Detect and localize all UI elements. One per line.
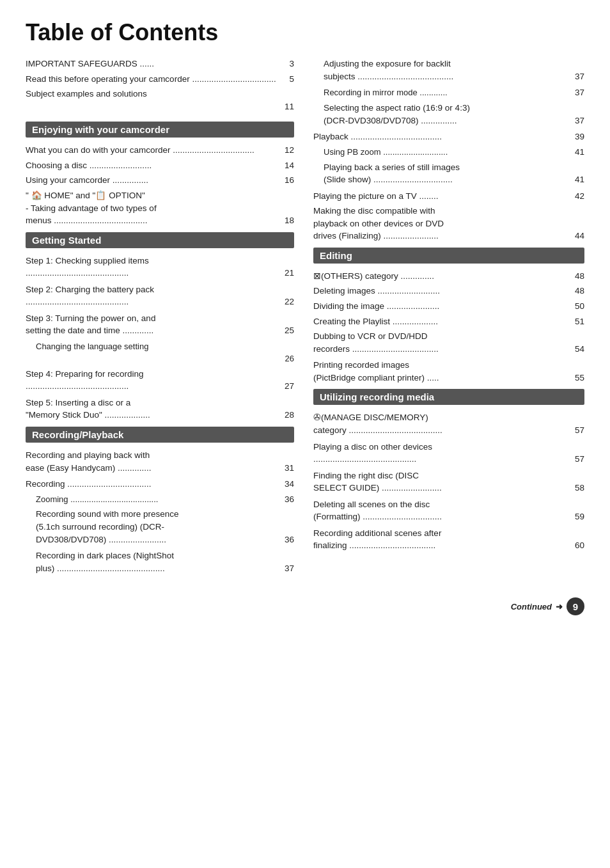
continued-arrow: ➜ bbox=[556, 602, 563, 612]
toc-entry: Recording additional scenes afterfinaliz… bbox=[313, 527, 584, 552]
toc-entry-label: Step 2: Charging the battery pack bbox=[26, 283, 294, 296]
toc-entry-page: 37 bbox=[575, 70, 584, 83]
toc-entry: Deleting images ........................… bbox=[313, 285, 584, 297]
toc-entry-page: 42 bbox=[575, 190, 584, 203]
toc-entry-label-last: setting the date and time ............. bbox=[26, 324, 285, 337]
toc-entry-page: 5 bbox=[289, 73, 294, 86]
toc-entry: Step 4: Preparing for recording.........… bbox=[26, 368, 294, 393]
toc-entry-label-last: (Slide show) ...........................… bbox=[324, 173, 575, 186]
toc-entry-label: Step 5: Inserting a disc or a bbox=[26, 397, 294, 409]
toc-entry-label-last: ........................................… bbox=[26, 267, 285, 280]
toc-entry-page: 41 bbox=[575, 146, 584, 159]
toc-entry-label: (5.1ch surround recording) (DCR- bbox=[36, 521, 294, 533]
toc-entry: Playing back a series of still images(Sl… bbox=[313, 161, 584, 186]
left-sections: Enjoying with your camcorderWhat you can… bbox=[26, 122, 294, 574]
toc-entry: Recording in mirror mode ............37 bbox=[313, 86, 584, 99]
toc-entry: Step 1: Checking supplied items.........… bbox=[26, 255, 294, 280]
toc-entry-page: 41 bbox=[575, 173, 584, 186]
toc-entry-label: ✇(MANAGE DISC/MEMORY) bbox=[313, 411, 584, 424]
toc-entry: Finding the right disc (DISCSELECT GUIDE… bbox=[313, 470, 584, 494]
toc-entry-label: Finding the right disc (DISC bbox=[313, 470, 584, 482]
toc-entry-page: 51 bbox=[575, 315, 584, 328]
toc-entry-page: 28 bbox=[285, 409, 294, 422]
toc-entry-label: Adjusting the exposure for backlit bbox=[324, 58, 584, 70]
toc-entry-label: Making the disc compatible with bbox=[313, 205, 584, 217]
toc-entry-page: 25 bbox=[285, 324, 294, 337]
toc-entry-label: Recording and playing back with bbox=[26, 449, 294, 462]
toc-entry-label: Using your camcorder ............... bbox=[26, 174, 285, 187]
toc-entry: Deleting all scenes on the disc(Formatti… bbox=[313, 498, 584, 523]
section-header: Editing bbox=[313, 248, 584, 264]
toc-entry-label-last: (PictBridge compliant printer) ..... bbox=[313, 372, 575, 384]
toc-entry-label-last: "Memory Stick Duo" ................... bbox=[26, 409, 285, 422]
toc-entry: Playing the picture on a TV ........42 bbox=[313, 190, 584, 203]
toc-entry-label: playback on other devices or DVD bbox=[313, 217, 584, 230]
footer-page-number: 9 bbox=[567, 597, 584, 615]
toc-entry: What you can do with your camcorder ....… bbox=[26, 144, 294, 157]
toc-entry: ✇(MANAGE DISC/MEMORY)category ..........… bbox=[313, 411, 584, 436]
toc-entry-label: - Taking advantage of two types of bbox=[26, 202, 294, 215]
right-sections: Adjusting the exposure for backlitsubjec… bbox=[313, 58, 584, 552]
toc-entry: ⊠(OTHERS) category ..............48 bbox=[313, 270, 584, 283]
toc-entry-page: 16 bbox=[285, 174, 294, 187]
toc-entry: Printing recorded images(PictBridge comp… bbox=[313, 359, 584, 384]
toc-entry-page: 48 bbox=[575, 270, 584, 283]
toc-entry: Making the disc compatible withplayback … bbox=[313, 205, 584, 242]
toc-entry: Selecting the aspect ratio (16:9 or 4:3)… bbox=[313, 102, 584, 127]
toc-entry-label: Playing the picture on a TV ........ bbox=[313, 190, 575, 203]
toc-entry-label: Recording in mirror mode ............ bbox=[324, 87, 575, 99]
toc-entry-page: 44 bbox=[575, 230, 584, 242]
toc-entry-page: 54 bbox=[575, 343, 584, 356]
intro-block: IMPORTANT SAFEGUARDS ......3Read this be… bbox=[26, 58, 294, 113]
toc-entry-label: Read this before operating your camcorde… bbox=[26, 73, 289, 86]
toc-entry-page: 12 bbox=[285, 144, 294, 157]
toc-entry-label: Changing the language setting bbox=[36, 341, 294, 353]
toc-entry-label: Playing back a series of still images bbox=[324, 161, 584, 174]
toc-entry: Playing a disc on other devices.........… bbox=[313, 441, 584, 466]
toc-entry-page: 34 bbox=[285, 478, 294, 491]
toc-entry: Dubbing to VCR or DVD/HDDrecorders .....… bbox=[313, 330, 584, 355]
toc-entry: Choosing a disc ........................… bbox=[26, 159, 294, 172]
section-header: Getting Started bbox=[26, 232, 294, 248]
toc-entry: Step 5: Inserting a disc or a"Memory Sti… bbox=[26, 397, 294, 422]
toc-entry-page: 57 bbox=[575, 453, 584, 466]
toc-entry-label-last: SELECT GUIDE) ......................... bbox=[313, 482, 575, 494]
toc-entry: Playback ...............................… bbox=[313, 130, 584, 143]
section-header: Utilizing recording media bbox=[313, 389, 584, 405]
toc-entry-label: Step 4: Preparing for recording bbox=[26, 368, 294, 381]
toc-entry: Adjusting the exposure for backlitsubjec… bbox=[313, 58, 584, 83]
toc-entry: Using PB zoom ..........................… bbox=[313, 146, 584, 159]
toc-entry-label: Deleting images ........................… bbox=[313, 285, 575, 297]
toc-entry: Using your camcorder ...............16 bbox=[26, 174, 294, 187]
toc-entry-label: Dubbing to VCR or DVD/HDD bbox=[313, 330, 584, 343]
toc-entry-page: 36 bbox=[285, 493, 294, 506]
toc-entry-page: 37 bbox=[575, 86, 584, 99]
toc-entry-label: Printing recorded images bbox=[313, 359, 584, 372]
section-header: Recording/Playback bbox=[26, 427, 294, 443]
toc-entry: Step 3: Turning the power on, andsetting… bbox=[26, 312, 294, 337]
toc-entry-label-last: finalizing .............................… bbox=[313, 539, 575, 552]
left-column: IMPORTANT SAFEGUARDS ......3Read this be… bbox=[26, 58, 294, 578]
toc-entry-label-last: ........................................… bbox=[26, 296, 285, 308]
toc-entry-label: Playing a disc on other devices bbox=[313, 441, 584, 454]
toc-entry-label-last: plus) ..................................… bbox=[36, 562, 285, 575]
footer: Continued ➜ 9 bbox=[26, 597, 584, 615]
toc-entry: " 🏠 HOME" and "📋 OPTION"- Taking advanta… bbox=[26, 189, 294, 227]
toc-entry-label: Recording additional scenes after bbox=[313, 527, 584, 540]
toc-entry-page: 36 bbox=[285, 533, 294, 546]
toc-entry-page: 37 bbox=[575, 114, 584, 127]
toc-entry-page: 39 bbox=[575, 130, 584, 143]
toc-entry-label-last: ........................................… bbox=[313, 453, 575, 466]
toc-entry-label: IMPORTANT SAFEGUARDS ...... bbox=[26, 58, 289, 70]
toc-entry-label: " 🏠 HOME" and "📋 OPTION" bbox=[26, 189, 294, 202]
toc-entry-label: Selecting the aspect ratio (16:9 or 4:3) bbox=[324, 102, 584, 114]
toc-entry: IMPORTANT SAFEGUARDS ......3 bbox=[26, 58, 294, 70]
toc-entry-label: Choosing a disc ........................… bbox=[26, 159, 285, 172]
toc-entry: Subject examples and solutions11 bbox=[26, 88, 294, 113]
toc-entry-label: What you can do with your camcorder ....… bbox=[26, 144, 285, 157]
toc-entry-label: Recording ..............................… bbox=[26, 478, 285, 491]
toc-entry: Step 2: Charging the battery pack.......… bbox=[26, 283, 294, 308]
toc-entry: Changing the language setting26 bbox=[26, 341, 294, 365]
toc-entry: Recording and playing back withease (Eas… bbox=[26, 449, 294, 474]
toc-entry-page: 50 bbox=[575, 300, 584, 313]
